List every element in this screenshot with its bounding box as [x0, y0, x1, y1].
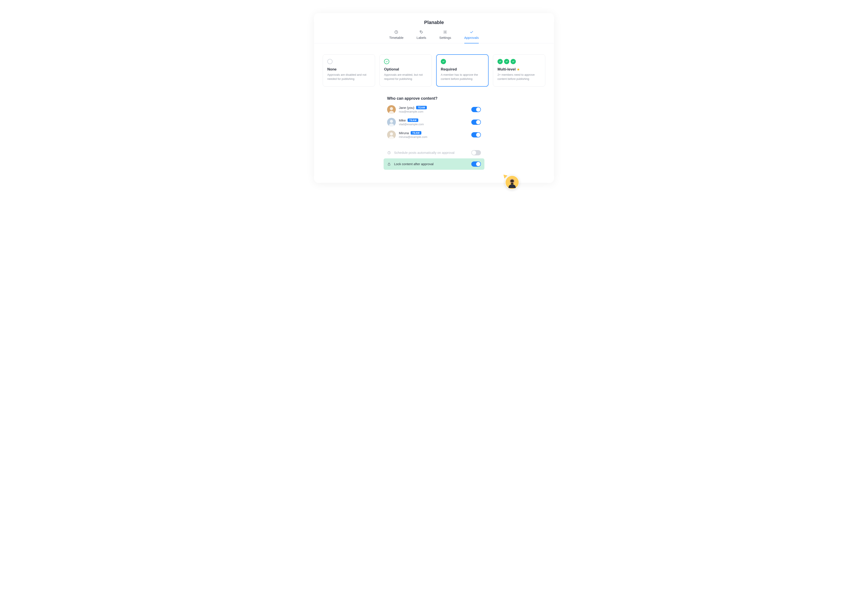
member-email: noa@example.com	[399, 110, 468, 113]
clock-icon	[394, 30, 398, 34]
card-icon-row	[327, 59, 370, 64]
tab-settings[interactable]: Settings	[439, 30, 451, 43]
tab-label: Labels	[417, 36, 426, 39]
check-icon	[470, 30, 473, 34]
circle-empty-icon	[327, 59, 333, 64]
member-name-row: Mike TEAM	[399, 118, 468, 122]
approval-mode-card-required[interactable]: Required A member has to approve the con…	[436, 54, 488, 87]
card-title: None	[327, 67, 370, 71]
card-icon-row	[498, 59, 541, 64]
member-name: Mike	[399, 118, 406, 122]
svg-rect-10	[388, 164, 390, 166]
approval-mode-cards: None Approvals are disabled and not need…	[314, 43, 554, 87]
approvers-heading: Who can approve content?	[387, 96, 481, 101]
team-badge: TEAM	[416, 106, 427, 109]
member-info: Mike TEAM vlad@example.com	[399, 118, 468, 126]
tab-label: Settings	[439, 36, 451, 39]
team-badge: TEAM	[411, 131, 422, 135]
approval-mode-card-none[interactable]: None Approvals are disabled and not need…	[323, 54, 375, 87]
tab-timetable[interactable]: Timetable	[389, 30, 403, 43]
option-row-lock_content: Lock content after approval	[384, 158, 484, 170]
approval-mode-card-multilevel[interactable]: Multi-level ★ 2+ members need to approve…	[493, 54, 545, 87]
card-description: A member has to approve the content befo…	[441, 73, 484, 81]
card-title: Required	[441, 67, 484, 71]
option-row-auto_schedule: Schedule posts automatically on approval	[384, 147, 484, 158]
avatar	[387, 130, 396, 139]
svg-rect-13	[511, 183, 513, 184]
option-label: Lock content after approval	[394, 162, 468, 166]
tag-icon	[419, 30, 423, 34]
member-name-row: Miruna TEAM	[399, 131, 468, 135]
card-title: Multi-level ★	[498, 67, 541, 71]
member-toggle[interactable]	[471, 107, 481, 112]
svg-point-8	[390, 132, 393, 135]
member-name-row: Jane (you) TEAM	[399, 106, 468, 110]
tab-label: Timetable	[389, 36, 403, 39]
check-circle-fill-icon	[498, 59, 503, 64]
star-icon: ★	[517, 68, 520, 71]
check-circle-outline-icon	[384, 59, 389, 64]
tabs-bar: Timetable Labels Settings Approvals	[314, 30, 554, 43]
approval-mode-card-optional[interactable]: Optional Approvals are enabled, but not …	[380, 54, 432, 87]
clock-icon	[387, 151, 391, 155]
page-title: Planable	[314, 20, 554, 25]
svg-point-4	[390, 107, 393, 110]
tab-approvals[interactable]: Approvals	[464, 30, 479, 43]
card-description: 2+ members need to approve content befor…	[498, 73, 541, 81]
member-row: Miruna TEAM miruna@example.com	[387, 130, 481, 139]
member-name: Miruna	[399, 131, 409, 135]
member-email: vlad@example.com	[399, 122, 468, 126]
svg-point-6	[390, 120, 393, 123]
member-row: Jane (you) TEAM noa@example.com	[387, 105, 481, 114]
member-info: Jane (you) TEAM noa@example.com	[399, 106, 468, 113]
card-title: Optional	[384, 67, 427, 71]
check-circle-fill-icon	[504, 59, 509, 64]
card-icon-row	[441, 59, 484, 64]
member-toggle[interactable]	[471, 132, 481, 138]
member-toggle[interactable]	[471, 119, 481, 125]
option-label: Schedule posts automatically on approval	[394, 151, 468, 155]
card-icon-row	[384, 59, 427, 64]
svg-point-2	[445, 32, 446, 33]
avatar	[387, 105, 396, 114]
member-name: Jane (you)	[399, 106, 414, 110]
card-description: Approvals are disabled and not needed fo…	[327, 73, 370, 81]
member-row: Mike TEAM vlad@example.com	[387, 118, 481, 127]
member-info: Miruna TEAM miruna@example.com	[399, 131, 468, 139]
check-circle-fill-icon	[511, 59, 516, 64]
avatar	[387, 118, 396, 127]
card-description: Approvals are enabled, but not required …	[384, 73, 427, 81]
tab-label: Approvals	[464, 36, 479, 39]
team-badge: TEAM	[408, 118, 418, 122]
gear-icon	[443, 30, 447, 34]
approvers-section: Who can approve content? Jane (you) TEAM…	[383, 96, 485, 170]
check-circle-fill-icon	[441, 59, 446, 64]
tab-labels[interactable]: Labels	[417, 30, 426, 43]
option-toggle[interactable]	[471, 150, 481, 155]
settings-panel: Planable Timetable Labels Settings Appro…	[314, 13, 554, 183]
lock-icon	[387, 162, 391, 166]
user-cursor-avatar	[505, 175, 519, 189]
option-toggle[interactable]	[471, 161, 481, 167]
svg-point-1	[420, 31, 421, 32]
member-email: miruna@example.com	[399, 135, 468, 139]
